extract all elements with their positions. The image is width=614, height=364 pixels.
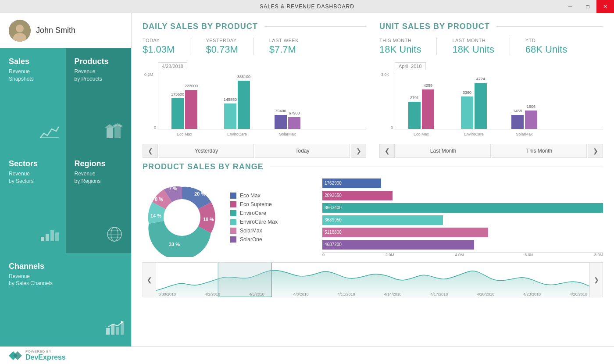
unit-prev-button[interactable]: ❮ (379, 144, 395, 158)
legend-envirocare-max: EnviroCare Max (230, 219, 278, 225)
y-axis-unit: 3.0K (381, 72, 389, 77)
sidebar-item-products[interactable]: Products Revenueby Products (66, 48, 132, 150)
svg-point-22 (164, 199, 200, 236)
svg-rect-18 (111, 325, 114, 335)
svg-rect-8 (41, 237, 44, 241)
daily-nav-buttons: ❮ Yesterday Today ❯ (143, 144, 366, 158)
stat-today-value: $1.03M (143, 44, 175, 55)
bar-group-envirocare: 145850 336100 EnviroCare (224, 81, 250, 129)
unit-sales-chart: April, 2018 3.0K 0 2791 (379, 62, 603, 140)
daily-sales-chart: 4/28/2018 0.2M 0 175600 (143, 62, 366, 140)
timeline-next-button[interactable]: ❯ (589, 263, 603, 297)
close-button[interactable]: ✕ (596, 0, 614, 13)
content-area: John Smith Sales RevenueSnapshots (0, 13, 614, 346)
sidebar-item-sectors[interactable]: Sectors Revenueby Sectors (0, 150, 66, 253)
svg-text:7 %: 7 % (169, 186, 177, 191)
hbar-row-solarone: 4687200 (322, 240, 603, 250)
stat-lastmonth: LAST MONTH 18K Units (452, 38, 494, 55)
sidebar-item-regions[interactable]: Regions Revenueby Regions (66, 150, 132, 253)
user-name: John Smith (36, 26, 75, 35)
stat-thismonth-value: 18K Units (379, 44, 421, 55)
bar-solarmax-2: 67900 (288, 117, 300, 129)
hbar-row-solarmax: 5118800 (322, 228, 603, 237)
legend-ecomax: Eco Max (230, 193, 278, 199)
svg-rect-10 (50, 230, 54, 241)
legend-dot-solarone (230, 236, 236, 243)
svg-point-1 (16, 25, 24, 32)
stat-today: TODAY $1.03M (143, 38, 175, 55)
timeline-chart: 3/30/2018 4/2/2018 4/5/2018 4/8/2018 4/1… (156, 263, 589, 297)
maximize-button[interactable]: □ (579, 0, 596, 13)
timeline-prev-button[interactable]: ❮ (143, 263, 156, 297)
footer-logo: POWERED BY DevExpress (9, 349, 66, 362)
unit-date-label: April, 2018 (395, 62, 426, 70)
stat-today-label: TODAY (143, 38, 175, 43)
sidebar-item-sales[interactable]: Sales RevenueSnapshots (0, 48, 66, 150)
unit-sales-stats: THIS MONTH 18K Units LAST MONTH 18K Unit… (379, 38, 603, 55)
stat-divider-4 (510, 38, 510, 55)
unit-thismonth-button[interactable]: This Month (492, 144, 587, 158)
stat-lastmonth-label: LAST MONTH (452, 38, 494, 43)
hbar-row-envirocare: 8663400 (322, 203, 603, 213)
daily-yesterday-button[interactable]: Yesterday (159, 144, 254, 158)
stat-divider-3 (436, 38, 437, 55)
sales-tile-title: Sales (9, 57, 57, 66)
unit-sales-panel: UNIT SALES BY PRODUCT THIS MONTH 18K Uni… (379, 22, 603, 158)
svg-rect-4 (107, 128, 113, 138)
unit-sales-title: UNIT SALES BY PRODUCT (379, 22, 490, 31)
stat-ytd-value: 68K Units (525, 44, 567, 55)
top-charts-section: DAILY SALES BY PRODUCT TODAY $1.03M YEST… (143, 22, 603, 158)
daily-today-button[interactable]: Today (255, 144, 350, 158)
svg-text:18 %: 18 % (203, 217, 214, 222)
donut-container: 20 % 18 % 33 % 14 % 8 % 7 % Eco Max (143, 178, 309, 257)
hbar-row-envirocare-max: 3689950 (322, 215, 603, 225)
products-icon (105, 123, 125, 144)
svg-rect-20 (121, 323, 124, 335)
daily-next-button[interactable]: ❯ (351, 144, 366, 158)
unit-bar-area: 3.0K 0 2791 4059 (395, 72, 603, 129)
unit-bar-envirocare-2: 4724 (475, 83, 487, 129)
unit-next-button[interactable]: ❯ (588, 144, 603, 158)
bar-ecomax-2: 222000 (185, 90, 197, 129)
sectors-tile-sub: Revenueby Sectors (9, 170, 57, 185)
svg-rect-3 (40, 137, 59, 138)
unit-bar-solarmax-2: 1906 (525, 111, 537, 129)
sidebar-item-channels[interactable]: Channels Revenueby Sales Channels (0, 253, 131, 346)
stat-lastmonth-value: 18K Units (452, 44, 494, 55)
minimize-button[interactable]: ─ (561, 0, 579, 13)
channels-tile-title: Channels (9, 262, 122, 271)
bar-solarmax-1: 79400 (275, 115, 287, 129)
nav-grid: Sales RevenueSnapshots Products Reve (0, 48, 131, 346)
unit-nav-buttons: ❮ Last Month This Month ❯ (379, 144, 603, 158)
hbar-axis: 0 2.0M 4.0M 6.0M 8.0M (322, 252, 603, 257)
donut-chart: 20 % 18 % 33 % 14 % 8 % 7 % (143, 178, 221, 257)
unit-lastmonth-button[interactable]: Last Month (396, 144, 491, 158)
daily-prev-button[interactable]: ❮ (143, 144, 158, 158)
title-bar: SALES & REVENUE DASHBOARD ─ □ ✕ (0, 0, 614, 13)
legend-dot-envirocare (230, 210, 236, 216)
svg-rect-11 (55, 232, 59, 241)
svg-text:20 %: 20 % (194, 191, 205, 196)
devexpress-logo-icon (9, 349, 22, 362)
unit-bar-group-ecomax: 2791 4059 Eco Max (408, 89, 434, 129)
stat-yesterday: YESTERDAY $0.73M (206, 38, 238, 55)
bar-envirocare-2: 336100 (238, 81, 250, 129)
stat-ytd-label: YTD (525, 38, 567, 43)
stat-lastweek-value: $7.7M (269, 44, 299, 55)
legend-solarone: SolarOne (230, 236, 278, 243)
products-tile-sub: Revenueby Products (75, 68, 123, 83)
footer-brand: DevExpress (25, 353, 66, 361)
hbar-section: 1762900 2092650 (318, 178, 603, 257)
daily-bar-area: 0.2M 0 175600 222000 (158, 72, 366, 129)
stat-yesterday-value: $0.73M (206, 44, 238, 55)
sectors-tile-title: Sectors (9, 159, 57, 168)
channels-icon (105, 319, 125, 340)
stat-thismonth: THIS MONTH 18K Units (379, 38, 421, 55)
legend-dot-ecomax (230, 193, 236, 199)
range-line (270, 167, 603, 167)
title-bar-controls: ─ □ ✕ (561, 0, 614, 13)
app-container: John Smith Sales RevenueSnapshots (0, 13, 614, 364)
hbar-row-ecomax: 1762900 (322, 178, 603, 188)
legend-ecosupreme: Eco Supreme (230, 201, 278, 207)
user-header: John Smith (0, 13, 131, 48)
